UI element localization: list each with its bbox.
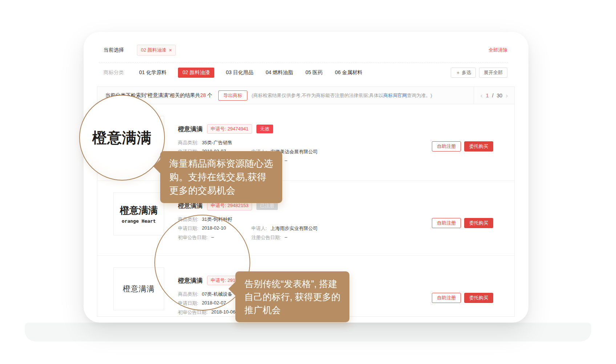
thumbnail-main-text: 橙意满满 [120, 204, 158, 217]
tab-02-paint-active[interactable]: 02 颜料油漆 [178, 68, 214, 78]
meta-line: 商品类别:35类-广告销售 [178, 138, 318, 147]
summary-suffix: 个 [206, 92, 212, 98]
multi-select-button[interactable]: ＋ 多选 [451, 68, 476, 78]
tab-01-chemical[interactable]: 01 化学原料 [138, 68, 167, 78]
reg-announce-label: 注册公告日期: [251, 234, 281, 241]
title-line: 橙意满满 申请号: 29474941 无效 [178, 125, 318, 133]
entrust-buy-button[interactable]: 委托购买 [464, 141, 493, 151]
tab-06-metal[interactable]: 06 金属材料 [334, 68, 363, 78]
row-actions: 自助注册 委托购买 [432, 293, 493, 303]
tooltip-line: 海量精品商标资源随心选 [169, 157, 273, 170]
self-register-button[interactable]: 自助注册 [432, 218, 461, 228]
thumbnail-sub-text: orange Heart [122, 218, 156, 224]
tooltip-line: 自己的标行, 获得更多的 [244, 290, 340, 303]
tooltip-line: 购。支持在线交易,获得 [169, 170, 273, 184]
page: 当前选择 02 颜料油漆 × 全部清除 商标分类 01 化学原料 02 颜料油漆… [0, 0, 616, 364]
trademark-thumbnail: 橙意满满 orange Heart [113, 193, 164, 235]
tooltip-line: 推广机会 [244, 303, 340, 316]
filter-bar: 当前选择 02 颜料油漆 × 全部清除 [104, 44, 507, 56]
self-register-button[interactable]: 自助注册 [432, 293, 461, 303]
tooltip-line: 告别传统“发表格”, 搭建 [244, 277, 340, 290]
tooltip-line: 更多的交易机会 [169, 184, 273, 197]
clear-all-link[interactable]: 全部清除 [489, 47, 507, 53]
tab-05-medicine[interactable]: 05 医药 [305, 68, 323, 78]
entrust-buy-button[interactable]: 委托购买 [464, 218, 493, 228]
page-total: 30 [497, 93, 503, 98]
category-field-value: 35类-广告销售 [202, 139, 232, 146]
results-header: 当前分类下检索到“橙意满满”相关的结果共28 个 导出商标 (商标检索结果仅供参… [97, 87, 514, 104]
entrust-buy-button[interactable]: 委托购买 [464, 293, 493, 303]
row-actions: 自助注册 委托购买 [432, 218, 493, 228]
disclaimer: (商标检索结果仅供参考,不作为商标能否注册的法律依据;具体以商标局官网查询为准。… [252, 92, 432, 99]
selected-filter-tag-label: 02 颜料油漆 [141, 47, 166, 53]
application-number-label: 申请号: [211, 126, 226, 132]
disclaimer-pre: (商标检索结果仅供参考,不作为商标能否注册的法律依据;具体以 [252, 93, 384, 98]
expand-all-button[interactable]: 展开全部 [479, 68, 507, 78]
category-tabs: 01 化学原料 02 颜料油漆 03 日化用品 04 燃料油脂 05 医药 06… [138, 68, 363, 78]
tab-03-daily-chemical[interactable]: 03 日化用品 [225, 68, 254, 78]
filter-label: 当前选择 [104, 47, 124, 53]
divider [99, 62, 508, 63]
first-trial-value: 2018-10-06 [211, 309, 236, 316]
next-page-icon[interactable]: › [506, 92, 508, 99]
row-actions: 自助注册 委托购买 [432, 141, 493, 151]
magnifier-circle: 橙意满满 [79, 95, 165, 181]
category-field-label: 商品类别: [178, 139, 198, 146]
status-badge: 无效 [256, 125, 273, 133]
laptop-base [25, 323, 591, 341]
applicant-label: 申请人: [251, 225, 267, 232]
application-number-label: 申请号: [211, 203, 226, 208]
reg-announce-value: – [285, 234, 287, 241]
category-actions: ＋ 多选 展开全部 [451, 68, 507, 78]
tab-04-fuel[interactable]: 04 燃料油脂 [265, 68, 293, 78]
tooltip-bubble-promotion: 告别传统“发表格”, 搭建 自己的标行, 获得更多的 推广机会 [235, 271, 349, 322]
official-site-link[interactable]: 商标局官网 [383, 93, 407, 98]
application-number-value: 29474941 [227, 126, 248, 132]
reg-announce-value: – [285, 158, 287, 164]
magnified-trademark-text: 橙意满满 [92, 128, 152, 148]
self-register-button[interactable]: 自助注册 [432, 141, 461, 151]
result-count: 28 [200, 92, 206, 98]
selected-filter-tag[interactable]: 02 颜料油漆 × [137, 45, 176, 56]
category-bar: 商标分类 01 化学原料 02 颜料油漆 03 日化用品 04 燃料油脂 05 … [104, 66, 507, 79]
page-current: 1 [486, 93, 489, 98]
close-icon[interactable]: × [169, 48, 172, 53]
application-number-tag: 申请号: 29474941 [207, 124, 252, 134]
category-label: 商标分类 [104, 69, 124, 76]
trademark-name: 橙意满满 [178, 125, 203, 133]
disclaimer-post: 查询为准。) [407, 93, 432, 98]
thumbnail-main-text: 橙意满满 [123, 284, 155, 294]
page-divider: / [492, 93, 494, 98]
prev-page-icon[interactable]: ‹ [481, 92, 483, 99]
pagination: ‹ 1 / 30 › [474, 87, 514, 104]
applicant-value: 上海雨步实业有限公司 [271, 225, 318, 232]
tooltip-bubble-marketplace: 海量精品商标资源随心选 购。支持在线交易,获得 更多的交易机会 [160, 151, 282, 203]
export-trademark-button[interactable]: 导出商标 [218, 90, 247, 101]
application-number-value: 29482153 [227, 203, 248, 208]
